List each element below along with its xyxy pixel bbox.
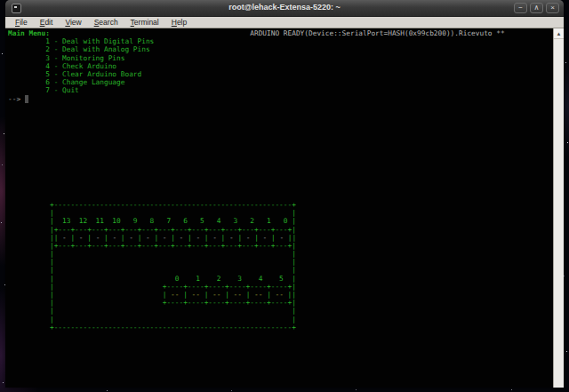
terminal-line: | 13 12 11 10 9 8 7 6 5 4 3 2 1 0 | (8, 217, 551, 225)
terminal-line (8, 193, 551, 201)
terminal-line: +---------------------------------------… (8, 324, 551, 332)
terminal-line: 3 - Monitoring Pins (8, 54, 551, 62)
terminal-line: || - | - | - | - | - | - | - | - | - | -… (8, 234, 551, 242)
terminal-line (8, 103, 551, 111)
terminal-line: |+---+---+---+---+---+---+---+---+---+--… (8, 242, 551, 250)
terminal-line: | +----+----+----+----+----+----+| (8, 299, 551, 307)
terminal-line: | | (8, 258, 551, 266)
terminal-line: | +----+----+----+----+----+----+| (8, 283, 551, 291)
close-button[interactable]: × (546, 3, 559, 13)
menubar-file[interactable]: File (9, 17, 34, 28)
terminal-line (8, 168, 551, 176)
terminal-line: 5 - Clear Arduino Board (8, 70, 551, 78)
scroll-up-arrow[interactable]: ▲ (554, 28, 564, 39)
maximize-button[interactable]: ∧ (530, 3, 543, 13)
terminal-area[interactable]: Main Menu: ARDUINO READY(Device::SerialP… (5, 28, 564, 388)
terminal-output: Main Menu: ARDUINO READY(Device::SerialP… (8, 29, 551, 388)
scrollbar[interactable]: ▲ (553, 28, 564, 388)
menubar-help[interactable]: Help (165, 17, 193, 28)
terminal-line: | | (8, 250, 551, 258)
terminal-line (8, 135, 551, 143)
terminal-line (8, 111, 551, 119)
terminal-line: 2 - Deal with Analog Pins (8, 45, 551, 53)
window-title: root@lehack-Extensa-5220: ~ (5, 3, 564, 12)
title-bar[interactable]: root@lehack-Extensa-5220: ~ − ∧ × (5, 0, 564, 17)
terminal-line (8, 152, 551, 160)
terminal-line (8, 176, 551, 184)
terminal-line: 1 - Deal with Digital Pins (8, 37, 551, 45)
terminal-line: --> (8, 95, 551, 103)
terminal-line (8, 185, 551, 193)
terminal-line: | | -- | -- | -- | -- | -- | -- || (8, 291, 551, 299)
terminal-line: 6 - Change Language (8, 78, 551, 86)
terminal-line: | | (8, 266, 551, 274)
terminal-line: | | (8, 307, 551, 315)
terminal-line (8, 119, 551, 127)
terminal-line: 4 - Check Arduino (8, 62, 551, 70)
menubar-search[interactable]: Search (88, 17, 124, 28)
terminal-line: +---------------------------------------… (8, 201, 551, 209)
terminal-window: root@lehack-Extensa-5220: ~ − ∧ × FileEd… (5, 0, 564, 388)
terminal-line (8, 127, 551, 135)
stars-decoration (0, 0, 1, 1)
menubar-edit[interactable]: Edit (34, 17, 60, 28)
terminal-line: Main Menu: ARDUINO READY(Device::SerialP… (8, 29, 551, 37)
terminal-line: 7 - Quit (8, 86, 551, 94)
menubar-view[interactable]: View (59, 17, 87, 28)
terminal-line (8, 144, 551, 152)
terminal-line: | 0 1 2 3 4 5 | (8, 275, 551, 283)
menubar-terminal[interactable]: Terminal (124, 17, 165, 28)
terminal-line: | | (8, 316, 551, 324)
terminal-line (8, 160, 551, 168)
minimize-button[interactable]: − (514, 3, 527, 13)
terminal-line: |+---+---+---+---+---+---+---+---+---+--… (8, 226, 551, 234)
terminal-line: | | (8, 209, 551, 217)
menu-bar: FileEditViewSearchTerminalHelp (5, 17, 564, 28)
